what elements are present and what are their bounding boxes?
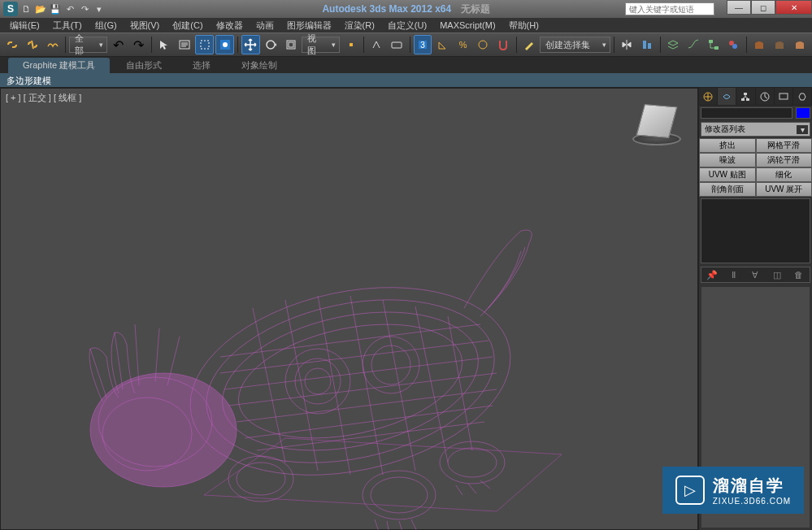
menu-grapheditors[interactable]: 图形编辑器: [280, 20, 338, 32]
svg-point-35: [371, 345, 410, 384]
schematic-icon[interactable]: [704, 35, 723, 54]
svg-point-25: [228, 456, 293, 502]
svg-rect-13: [648, 43, 651, 49]
layers-icon[interactable]: [663, 35, 682, 54]
svg-rect-6: [289, 42, 293, 47]
menu-tools[interactable]: 工具(T): [46, 20, 89, 32]
ribbon-tab-selection[interactable]: 选择: [178, 58, 225, 73]
spinner-snap-icon[interactable]: [474, 35, 493, 54]
window-crossing-icon[interactable]: [215, 35, 234, 54]
menu-render[interactable]: 渲染(R): [338, 20, 381, 32]
modifier-btn-tessellate[interactable]: 细化: [756, 167, 813, 182]
menu-edit[interactable]: 编辑(E): [3, 20, 46, 32]
modifier-btn-bevel[interactable]: 剖角剖面: [699, 182, 756, 197]
named-selection-dropdown[interactable]: 创建选择集: [540, 37, 610, 53]
modify-tab-icon[interactable]: [718, 88, 736, 105]
select-icon[interactable]: [155, 35, 174, 54]
ribbon-tab-objectpaint[interactable]: 对象绘制: [227, 58, 292, 73]
modifier-btn-uvwunwrap[interactable]: UVW 展开: [756, 182, 813, 197]
modifier-btn-noise[interactable]: 噪波: [699, 153, 756, 167]
curve-editor-icon[interactable]: [684, 35, 702, 54]
align-icon[interactable]: [638, 35, 657, 54]
move-icon[interactable]: [241, 35, 260, 54]
svg-rect-15: [714, 46, 719, 50]
svg-rect-14: [709, 40, 713, 43]
modifier-btn-meshsmooth[interactable]: 网格平滑: [756, 138, 813, 153]
app-icon[interactable]: S: [3, 2, 18, 16]
qat-save-icon[interactable]: 💾: [49, 2, 62, 15]
menu-animation[interactable]: 动画: [250, 20, 280, 32]
menu-view[interactable]: 视图(V): [124, 20, 167, 32]
ref-coord-dropdown[interactable]: 视图: [302, 37, 340, 53]
qat-new-icon[interactable]: 🗋: [20, 2, 33, 15]
scale-icon[interactable]: [282, 35, 301, 54]
ribbon-tab-freeform[interactable]: 自由形式: [111, 58, 176, 73]
ribbon-tab-graphite[interactable]: Graphite 建模工具: [8, 58, 110, 73]
menu-modifiers[interactable]: 修改器: [210, 20, 250, 32]
link-icon[interactable]: [3, 35, 22, 54]
qat-open-icon[interactable]: 📂: [34, 2, 47, 15]
snap-icon[interactable]: 3: [414, 35, 432, 54]
titlebar: S 🗋 📂 💾 ↶ ↷ ▾ Autodesk 3ds Max 2012 x64 …: [0, 0, 812, 18]
minimize-button[interactable]: —: [727, 0, 751, 15]
remove-modifier-icon[interactable]: ◫: [771, 268, 784, 281]
wireframe-mesh: [41, 154, 610, 530]
svg-rect-7: [350, 43, 353, 46]
modifier-list-dropdown[interactable]: 修改器列表: [701, 122, 810, 137]
ribbon-panel-title[interactable]: 多边形建模: [0, 73, 812, 88]
object-color-swatch[interactable]: [796, 107, 810, 119]
unlink-icon[interactable]: [24, 35, 42, 54]
edit-selection-icon[interactable]: [520, 35, 539, 54]
viewport-label[interactable]: [ + ] [ 正交 ] [ 线框 ]: [6, 92, 81, 104]
qat-more-icon[interactable]: ▾: [93, 2, 106, 15]
render-setup-icon[interactable]: [750, 35, 769, 54]
render-frame-icon[interactable]: [771, 35, 789, 54]
select-region-icon[interactable]: [195, 35, 214, 54]
modifier-btn-extrude[interactable]: 挤出: [699, 138, 756, 153]
pin-stack-icon[interactable]: 📌: [706, 268, 719, 281]
hierarchy-tab-icon[interactable]: [736, 88, 755, 105]
maximize-button[interactable]: ◻: [751, 0, 775, 15]
select-name-icon[interactable]: [176, 35, 194, 54]
manipulate-icon[interactable]: [367, 35, 386, 54]
app-title: Autodesk 3ds Max 2012 x64: [322, 3, 451, 15]
close-button[interactable]: ✕: [775, 0, 812, 15]
viewcube[interactable]: [632, 105, 681, 154]
menu-create[interactable]: 创建(C): [166, 20, 209, 32]
modifier-btn-turbosmooth[interactable]: 涡轮平滑: [756, 153, 813, 167]
pivot-icon[interactable]: [341, 35, 360, 54]
render-icon[interactable]: [790, 35, 809, 54]
percent-snap-icon[interactable]: %: [454, 35, 472, 54]
menu-maxscript[interactable]: MAXScript(M): [433, 20, 502, 30]
svg-rect-37: [744, 93, 747, 95]
configure-sets-icon[interactable]: 🗑: [792, 268, 805, 281]
qat-undo-icon[interactable]: ↶: [63, 2, 76, 15]
viewport[interactable]: [ + ] [ 正交 ] [ 线框 ]: [0, 88, 698, 530]
menu-customize[interactable]: 自定义(U): [381, 20, 433, 32]
show-end-result-icon[interactable]: Ⅱ: [727, 268, 740, 281]
motion-tab-icon[interactable]: [756, 88, 775, 105]
material-editor-icon[interactable]: [724, 35, 743, 54]
keyboard-shortcut-icon[interactable]: [388, 35, 406, 54]
rotate-icon[interactable]: [262, 35, 280, 54]
mirror-icon[interactable]: [618, 35, 636, 54]
redo-icon[interactable]: ↷: [129, 35, 148, 54]
object-name-field[interactable]: [701, 107, 792, 119]
modifier-stack[interactable]: [701, 198, 810, 263]
watermark-play-icon: ▷: [675, 476, 705, 505]
selection-filter-dropdown[interactable]: 全部: [69, 37, 107, 53]
modifier-btn-uvwmap[interactable]: UVW 贴图: [699, 167, 756, 182]
menu-help[interactable]: 帮助(H): [502, 20, 545, 32]
utilities-tab-icon[interactable]: [793, 88, 812, 105]
make-unique-icon[interactable]: ∀: [749, 268, 762, 281]
bind-icon[interactable]: [44, 35, 63, 54]
magnet-icon[interactable]: [494, 35, 513, 54]
display-tab-icon[interactable]: [775, 88, 793, 105]
svg-point-33: [305, 368, 331, 394]
qat-redo-icon[interactable]: ↷: [78, 2, 91, 15]
undo-icon[interactable]: ↶: [109, 35, 128, 54]
help-search-input[interactable]: [625, 2, 714, 15]
angle-snap-icon[interactable]: [433, 35, 452, 54]
create-tab-icon[interactable]: [699, 88, 718, 105]
menu-group[interactable]: 组(G): [89, 20, 124, 32]
